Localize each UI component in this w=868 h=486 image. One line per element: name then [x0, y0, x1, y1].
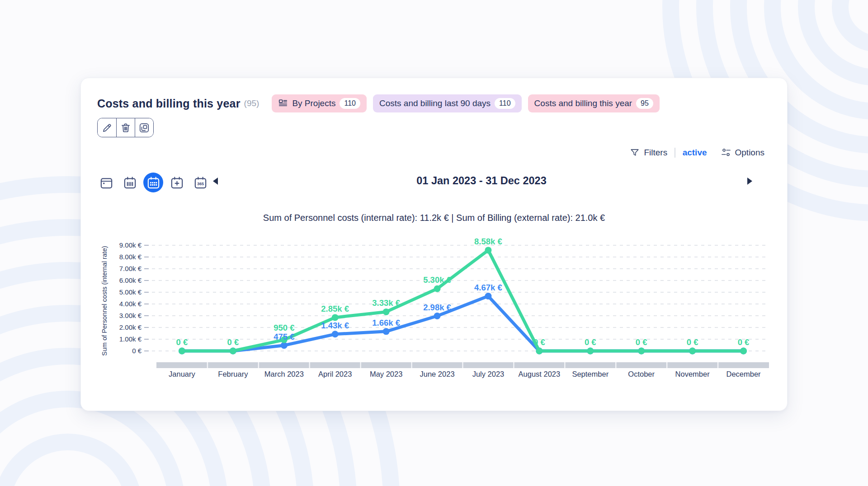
svg-text:Sum of Personnel costs (intern: Sum of Personnel costs (internal rate) — [101, 246, 108, 355]
calendar-week-icon — [123, 176, 137, 190]
svg-text:May 2023: May 2023 — [370, 370, 402, 378]
filters-label: Filters — [644, 148, 667, 158]
add-period-button[interactable] — [167, 173, 187, 192]
divider — [675, 148, 675, 158]
svg-text:8.58k €: 8.58k € — [474, 237, 502, 246]
svg-text:September: September — [572, 370, 609, 378]
svg-text:2.85k €: 2.85k € — [321, 304, 349, 313]
next-period-button[interactable] — [747, 178, 752, 185]
calendar-plus-icon — [170, 176, 184, 190]
svg-text:3.00k €: 3.00k € — [119, 312, 142, 319]
svg-text:December: December — [726, 370, 761, 378]
calendar-month-icon — [146, 176, 160, 190]
view-chip-this-year[interactable]: Costs and billing this year 95 — [528, 94, 660, 112]
svg-text:1.00k €: 1.00k € — [119, 335, 142, 343]
svg-text:July 2023: July 2023 — [472, 370, 505, 378]
svg-text:0 €: 0 € — [687, 337, 698, 347]
svg-text:April 2023: April 2023 — [318, 370, 352, 378]
svg-text:June 2023: June 2023 — [420, 370, 455, 378]
chip-badge: 110 — [495, 98, 515, 109]
saved-views: By Projects 110 Costs and billing last 9… — [272, 94, 660, 112]
copy-icon — [138, 122, 150, 134]
svg-text:1.43k €: 1.43k € — [321, 321, 349, 330]
week-view-button[interactable] — [120, 173, 140, 192]
svg-text:August 2023: August 2023 — [519, 370, 561, 378]
delete-button[interactable] — [116, 118, 135, 137]
day-view-button[interactable] — [96, 173, 116, 192]
svg-text:5.30k €: 5.30k € — [423, 275, 451, 285]
month-view-button[interactable] — [143, 173, 163, 192]
svg-text:November: November — [675, 370, 710, 378]
view-chip-by-projects[interactable]: By Projects 110 — [272, 94, 367, 112]
calendar-year-icon: 365 — [193, 176, 208, 190]
svg-text:0 €: 0 € — [227, 337, 239, 347]
chip-label: Costs and billing last 90 days — [379, 98, 491, 108]
page-background: { "colors": { "accent_blue": "#1b6ef3", … — [0, 0, 868, 486]
svg-text:0 €: 0 € — [176, 337, 188, 347]
sliders-icon — [721, 147, 731, 158]
svg-text:January: January — [169, 370, 195, 378]
trash-icon — [120, 122, 132, 134]
svg-text:February: February — [218, 370, 248, 378]
card-header: Costs and billing this year (95) By Proj… — [97, 94, 660, 112]
costs-billing-line-chart: 0 €1.00k €2.00k €3.00k €4.00k €5.00k €6.… — [81, 231, 787, 382]
svg-text:2.98k €: 2.98k € — [423, 303, 451, 312]
svg-text:1.66k €: 1.66k € — [372, 318, 400, 327]
svg-text:2.00k €: 2.00k € — [119, 323, 142, 331]
chip-label: Costs and billing this year — [534, 98, 632, 108]
svg-text:0 €: 0 € — [738, 337, 750, 347]
svg-text:7.00k €: 7.00k € — [119, 265, 142, 272]
svg-text:0 €: 0 € — [636, 337, 647, 347]
page-title: Costs and billing this year — [97, 97, 241, 110]
chip-badge: 110 — [340, 98, 360, 109]
svg-text:3.33k €: 3.33k € — [372, 298, 400, 308]
svg-text:9.00k €: 9.00k € — [119, 241, 142, 249]
svg-text:5.00k €: 5.00k € — [119, 288, 142, 296]
svg-text:8.00k €: 8.00k € — [119, 253, 142, 261]
svg-text:March 2023: March 2023 — [264, 370, 304, 378]
chart-summary: Sum of Personnel costs (internal rate): … — [81, 213, 787, 223]
previous-period-button[interactable] — [213, 178, 218, 185]
period-view-switcher: 365 — [96, 172, 210, 193]
svg-text:October: October — [628, 370, 655, 378]
options-button[interactable]: Options — [721, 147, 764, 158]
filters-status[interactable]: active — [683, 148, 707, 158]
pencil-icon — [101, 122, 113, 134]
record-count: (95) — [244, 98, 259, 108]
filters-button[interactable]: Filters — [630, 148, 667, 158]
view-chip-last-90-days[interactable]: Costs and billing last 90 days 110 — [373, 94, 522, 112]
svg-text:0 €: 0 € — [585, 337, 596, 347]
funnel-icon — [630, 148, 640, 158]
svg-text:0 €: 0 € — [533, 337, 545, 347]
chip-badge: 95 — [636, 98, 653, 109]
options-label: Options — [735, 148, 764, 158]
view-actions — [97, 118, 154, 137]
svg-text:4.00k €: 4.00k € — [119, 300, 142, 308]
calendar-day-icon — [99, 176, 113, 190]
dashboard-card: Costs and billing this year (95) By Proj… — [80, 78, 788, 411]
duplicate-button[interactable] — [135, 118, 153, 137]
svg-text:475 €: 475 € — [274, 332, 294, 341]
svg-text:4.67k €: 4.67k € — [474, 283, 502, 292]
edit-button[interactable] — [98, 118, 116, 137]
list-details-icon — [278, 98, 288, 108]
year-view-button[interactable]: 365 — [190, 173, 210, 192]
svg-text:365: 365 — [197, 182, 203, 186]
filters-row: Filters active Options — [630, 146, 764, 159]
date-range-label: 01 Jan 2023 - 31 Dec 2023 — [416, 175, 546, 187]
chip-label: By Projects — [292, 98, 335, 108]
svg-text:950 €: 950 € — [274, 323, 294, 332]
svg-text:6.00k €: 6.00k € — [119, 276, 142, 284]
svg-text:0 €: 0 € — [132, 347, 142, 355]
